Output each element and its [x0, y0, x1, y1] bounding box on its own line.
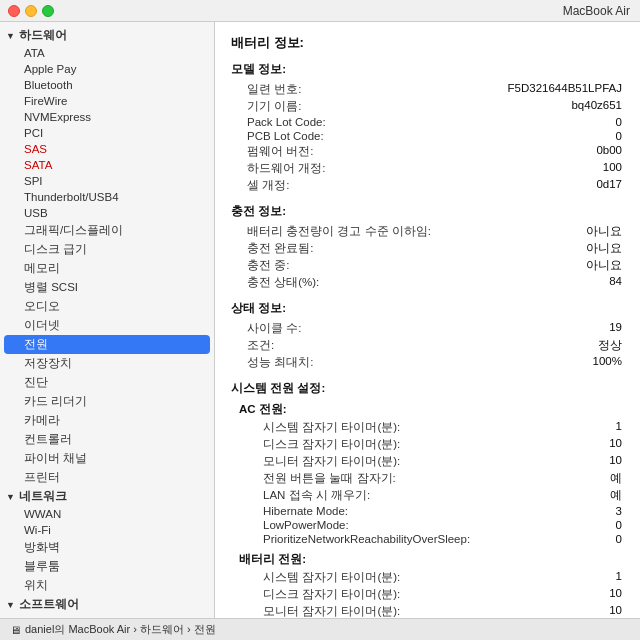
sidebar-item-thunderbolt[interactable]: Thunderbolt/USB4 — [0, 189, 214, 205]
field-label: 시스템 잠자기 타이머(분): — [231, 419, 472, 436]
field-label: 시스템 잠자기 타이머(분): — [231, 569, 472, 586]
table-row: 시스템 잠자기 타이머(분): 1 — [231, 419, 624, 436]
sidebar-section-network[interactable]: ▼ 네트워크 — [0, 487, 214, 506]
field-value: 예 — [472, 487, 624, 504]
sidebar-item-spi[interactable]: SPI — [0, 173, 214, 189]
sidebar-item-sata[interactable]: SATA — [0, 157, 214, 173]
table-row: Hibernate Mode: 3 — [231, 504, 624, 518]
table-row: 사이클 수: 19 — [231, 320, 624, 337]
battery-section-title: 배터리 전원: — [231, 552, 624, 567]
sidebar-item-bluetooth2[interactable]: 블루툼 — [0, 557, 214, 576]
table-row: 충전 완료됨: 아니요 — [231, 240, 624, 257]
field-label: 충전 중: — [231, 257, 451, 274]
sidebar-item-sas[interactable]: SAS — [0, 141, 214, 157]
field-value: 아니요 — [451, 240, 624, 257]
table-row: LAN 접속 시 깨우기: 예 — [231, 487, 624, 504]
status-section-title: 상태 정보: — [231, 301, 624, 316]
sidebar-item-raw[interactable]: Raw 지원 — [0, 614, 214, 618]
sidebar-item-nvmexpress[interactable]: NVMExpress — [0, 109, 214, 125]
field-label: 배터리 충전량이 경고 수준 이하임: — [231, 223, 451, 240]
software-label: 소프트웨어 — [19, 597, 79, 612]
main-container: ▼ 하드웨어 ATA Apple Pay Bluetooth FireWire … — [0, 22, 640, 618]
field-label: PCB Lot Code: — [231, 129, 451, 143]
field-value: 3 — [472, 504, 624, 518]
sidebar-item-firewall[interactable]: 방화벽 — [0, 538, 214, 557]
sidebar-item-fiberchannel[interactable]: 파이버 채널 — [0, 449, 214, 468]
table-row: 충전 상태(%): 84 — [231, 274, 624, 291]
field-label: Pack Lot Code: — [231, 115, 451, 129]
sidebar-item-cardreader[interactable]: 카드 리더기 — [0, 392, 214, 411]
sidebar-section-software[interactable]: ▼ 소프트웨어 — [0, 595, 214, 614]
close-button[interactable] — [8, 5, 20, 17]
field-label: 디스크 잠자기 타이머(분): — [231, 586, 472, 603]
table-row: 셀 개정: 0d17 — [231, 177, 624, 194]
table-row: Pack Lot Code: 0 — [231, 115, 624, 129]
table-row: 디스크 잠자기 타이머(분): 10 — [231, 586, 624, 603]
field-label: 모니터 잠자기 타이머(분): — [231, 603, 472, 618]
charge-info-table: 배터리 충전량이 경고 수준 이하임: 아니요 충전 완료됨: 아니요 충전 중… — [231, 223, 624, 291]
triangle-icon: ▼ — [6, 31, 15, 41]
field-value: 아니요 — [451, 223, 624, 240]
sidebar-item-usb[interactable]: USB — [0, 205, 214, 221]
field-label: 전원 버튼을 눌때 잠자기: — [231, 470, 472, 487]
sidebar-item-location[interactable]: 위치 — [0, 576, 214, 595]
field-label: 모니터 잠자기 타이머(분): — [231, 453, 472, 470]
sidebar-item-applepay[interactable]: Apple Pay — [0, 61, 214, 77]
content-title: 배터리 정보: — [231, 34, 624, 52]
sidebar-item-disk[interactable]: 디스크 급기 — [0, 240, 214, 259]
sidebar-item-ata[interactable]: ATA — [0, 45, 214, 61]
sidebar-item-camera[interactable]: 카메라 — [0, 411, 214, 430]
table-row: 디스크 잠자기 타이머(분): 10 — [231, 436, 624, 453]
sidebar-item-power[interactable]: 전원 — [4, 335, 210, 354]
table-row: PCB Lot Code: 0 — [231, 129, 624, 143]
field-value: 10 — [472, 453, 624, 470]
sidebar-item-controller[interactable]: 컨트롤러 — [0, 430, 214, 449]
maximize-button[interactable] — [42, 5, 54, 17]
table-row: 전원 버튼을 눌때 잠자기: 예 — [231, 470, 624, 487]
field-value: 19 — [451, 320, 624, 337]
minimize-button[interactable] — [25, 5, 37, 17]
status-info-table: 사이클 수: 19 조건: 정상 성능 최대치: 100% — [231, 320, 624, 371]
field-label: 일련 번호: — [231, 81, 451, 98]
sidebar-item-printer[interactable]: 프린터 — [0, 468, 214, 487]
field-value: 0d17 — [451, 177, 624, 194]
window-title: MacBook Air — [563, 4, 630, 18]
sidebar-item-firewire[interactable]: FireWire — [0, 93, 214, 109]
field-label: 충전 완료됨: — [231, 240, 451, 257]
sidebar-item-pci[interactable]: PCI — [0, 125, 214, 141]
field-value: 0 — [451, 115, 624, 129]
field-label: 셀 개정: — [231, 177, 451, 194]
battery-info-table: 시스템 잠자기 타이머(분): 1 디스크 잠자기 타이머(분): 10 모니터… — [231, 569, 624, 618]
triangle-icon-network: ▼ — [6, 492, 15, 502]
ac-section-title: AC 전원: — [231, 402, 624, 417]
field-label: LAN 접속 시 깨우기: — [231, 487, 472, 504]
breadcrumb-path: daniel의 MacBook Air › 하드웨어 › 전원 — [25, 622, 216, 637]
table-row: 일련 번호: F5D321644B51LPFAJ — [231, 81, 624, 98]
sidebar-item-parallelscsi[interactable]: 병렬 SCSI — [0, 278, 214, 297]
field-value: 100 — [451, 160, 624, 177]
field-value: 1 — [472, 419, 624, 436]
sidebar-item-audio[interactable]: 오디오 — [0, 297, 214, 316]
table-row: 기기 이름: bq40z651 — [231, 98, 624, 115]
sidebar-item-wifi[interactable]: Wi-Fi — [0, 522, 214, 538]
field-value: 예 — [472, 470, 624, 487]
sidebar-item-ethernet[interactable]: 이더넷 — [0, 316, 214, 335]
sidebar-item-storage[interactable]: 저장장치 — [0, 354, 214, 373]
field-value: 10 — [472, 586, 624, 603]
table-row: PrioritizeNetworkReachabilityOverSleep: … — [231, 532, 624, 546]
field-value: 정상 — [451, 337, 624, 354]
field-label: 조건: — [231, 337, 451, 354]
sidebar-section-hardware[interactable]: ▼ 하드웨어 — [0, 26, 214, 45]
traffic-lights — [8, 5, 54, 17]
sidebar-item-graphics[interactable]: 그래픽/디스플레이 — [0, 221, 214, 240]
table-row: 배터리 충전량이 경고 수준 이하임: 아니요 — [231, 223, 624, 240]
field-value: 0 — [451, 129, 624, 143]
sidebar-item-wwan[interactable]: WWAN — [0, 506, 214, 522]
sidebar-item-bluetooth[interactable]: Bluetooth — [0, 77, 214, 93]
hardware-label: 하드웨어 — [19, 28, 67, 43]
sidebar-item-diagnostics[interactable]: 진단 — [0, 373, 214, 392]
field-value: 84 — [451, 274, 624, 291]
sidebar-item-memory[interactable]: 메모리 — [0, 259, 214, 278]
field-value: 10 — [472, 436, 624, 453]
power-settings-section-title: 시스템 전원 설정: — [231, 381, 624, 396]
